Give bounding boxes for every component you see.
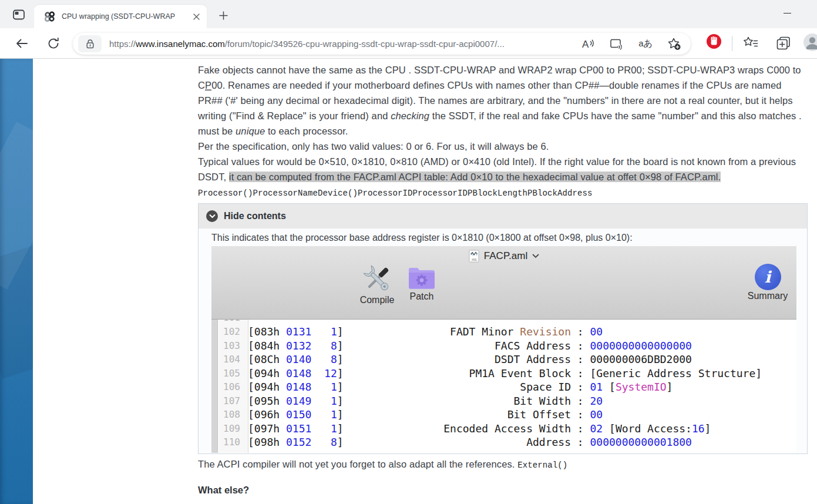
maciasl-screenshot: AML FACP.aml: [211, 246, 796, 453]
post-paragraph: must be unique to each processor.: [198, 123, 808, 139]
browser-window: CPU wrapping (SSDT-CPU-WRAP h: [0, 0, 817, 504]
title-dropdown-chevron-icon[interactable]: [532, 254, 539, 258]
favorites-icon[interactable]: [742, 35, 759, 51]
adblock-extension-icon[interactable]: [706, 33, 722, 49]
spoiler-box: Hide contents This indicates that the pr…: [198, 203, 808, 454]
page-viewport: Fake objects cannot have the same as the…: [0, 59, 817, 504]
maciasl-toolbar: AML FACP.aml: [211, 246, 796, 320]
read-aloud-icon[interactable]: A: [581, 37, 595, 51]
acpi-code-line: 104[08Ch 0140 8]DSDT Address : 000000006…: [211, 352, 796, 367]
tab-actions-menu-icon[interactable]: [9, 6, 28, 23]
post-code-line: Processor()ProcessorNameDevice()Processo…: [198, 184, 808, 201]
spoiler-intro-text: This indicates that the processor base a…: [211, 231, 795, 245]
url-text[interactable]: https://www.insanelymac.com/forum/topic/…: [109, 39, 575, 49]
patch-button[interactable]: Patch: [404, 264, 439, 302]
toolbar-divider: [732, 36, 732, 51]
acpi-table-listing: 101102[083h 0131 1]FADT Minor Revision :…: [211, 320, 796, 453]
site-favicon: [44, 11, 55, 22]
compile-label: Compile: [351, 295, 403, 305]
acpi-code-line: 105[094h 0148 12]PM1A Event Block : [Gen…: [211, 367, 796, 381]
new-tab-icon[interactable]: [216, 8, 230, 22]
acpi-code-line: 110[098h 0152 8]Address : 00000000000018…: [211, 435, 796, 449]
post-paragraph: Fake objects cannot have the same as the…: [198, 62, 808, 123]
acpi-code-line: 107[095h 0149 1]Bit Width : 20: [211, 394, 796, 408]
browser-tab[interactable]: CPU wrapping (SSDT-CPU-WRAP: [34, 5, 207, 28]
tab-strip: CPU wrapping (SSDT-CPU-WRAP: [0, 0, 817, 28]
maciasl-window-title: AML FACP.aml: [211, 250, 796, 263]
compile-button[interactable]: Compile: [351, 264, 403, 305]
acpi-code-line: 102[083h 0131 1]FADT Minor Revision : 00: [211, 325, 796, 339]
collections-icon[interactable]: [775, 35, 792, 51]
patch-folder-icon: [407, 265, 436, 291]
back-icon[interactable]: [13, 35, 31, 52]
acpi-code-line: 106[094h 0148 1]Space ID : 01 [SystemIO]: [211, 380, 796, 394]
what-else-heading: What else?: [198, 485, 808, 496]
window-minimize-icon[interactable]: [781, 7, 793, 19]
reader-device-icon[interactable]: [610, 37, 624, 51]
tab-title: CPU wrapping (SSDT-CPU-WRAP: [62, 12, 186, 21]
add-favorite-star-icon[interactable]: [667, 37, 681, 51]
chevron-down-circle-icon: [206, 210, 218, 222]
spoiler-content: This indicates that the processor base a…: [199, 229, 807, 453]
aml-document-icon: AML: [469, 250, 479, 263]
summary-label: Summary: [742, 291, 794, 301]
address-bar[interactable]: https://www.insanelymac.com/forum/topic/…: [73, 33, 691, 55]
spoiler-title: Hide contents: [224, 211, 286, 221]
svg-text:A: A: [582, 39, 589, 50]
translate-icon[interactable]: aあ: [638, 37, 653, 51]
navigation-bar: https://www.insanelymac.com/forum/topic/…: [0, 28, 817, 59]
acpi-code-line: 103[084h 0132 8]FACS Address : 000000000…: [211, 339, 796, 353]
acpi-code-rows: 101102[083h 0131 1]FADT Minor Revision :…: [211, 320, 796, 449]
post-paragraph: The ACPI compiler will not yet you forge…: [198, 456, 808, 473]
post-paragraph: Typical values for would be 0×510, 0×181…: [198, 154, 808, 184]
patch-label: Patch: [404, 291, 439, 302]
summary-button[interactable]: i Summary: [742, 264, 794, 301]
profile-avatar[interactable]: [803, 33, 817, 51]
acpi-code-line: 101: [211, 320, 796, 325]
forum-post: Fake objects cannot have the same as the…: [198, 62, 808, 496]
compile-tools-icon: [361, 264, 393, 294]
svg-text:AML: AML: [472, 258, 478, 261]
forum-background-stripe: [0, 59, 33, 504]
addressbar-actions: A aあ: [581, 37, 681, 51]
spoiler-toggle[interactable]: Hide contents: [199, 204, 807, 229]
site-info-lock-icon[interactable]: [78, 35, 102, 52]
acpi-code-line: 109[097h 0151 1]Encoded Access Width : 0…: [211, 422, 796, 436]
post-paragraph: Per the specification, only has two vali…: [198, 139, 808, 154]
acpi-code-line: 108[096h 0150 1]Bit Offset : 00: [211, 408, 796, 422]
info-icon: i: [755, 264, 781, 290]
tab-close-icon[interactable]: [190, 11, 202, 22]
refresh-icon[interactable]: [45, 35, 62, 52]
